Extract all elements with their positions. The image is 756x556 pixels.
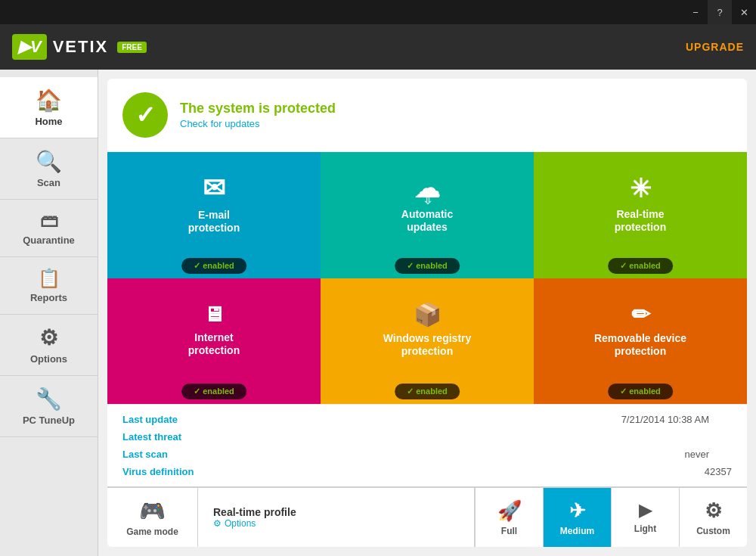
- internet-label: Internetprotection: [188, 331, 240, 357]
- email-status: enabled: [181, 258, 246, 274]
- internet-protection-card[interactable]: 🖥 Internetprotection enabled: [107, 278, 321, 405]
- sidebar-label-reports: Reports: [30, 292, 67, 303]
- custom-icon: ⚙: [705, 499, 722, 523]
- profile-tabs: 🚀 Full ✈ Medium ▶ Light ⚙ Custom: [475, 488, 747, 547]
- tab-custom[interactable]: ⚙ Custom: [679, 488, 747, 547]
- tab-custom-label: Custom: [696, 526, 730, 536]
- realtime-protection-card[interactable]: ✳ Real-timeprotection enabled: [534, 152, 747, 278]
- email-label: E-mailprotection: [188, 209, 240, 235]
- removable-protection-card[interactable]: ✏ Removable deviceprotection enabled: [534, 278, 747, 405]
- sidebar-item-quarantine[interactable]: 🗃 Quarantine: [0, 200, 98, 257]
- registry-label: Windows registryprotection: [383, 332, 472, 358]
- tab-medium-label: Medium: [560, 526, 594, 536]
- header: ▶V VETIX FREE UPGRADE: [0, 24, 756, 70]
- removable-icon: ✏: [631, 301, 650, 328]
- reports-icon: 📋: [38, 268, 60, 289]
- gear-small-icon: ⚙: [213, 518, 222, 529]
- logo: ▶V VETIX FREE: [12, 34, 147, 60]
- titlebar: − ? ✕: [0, 0, 756, 24]
- game-mode-button[interactable]: 🎮 Game mode: [107, 488, 198, 547]
- email-icon: ✉: [203, 172, 225, 204]
- realtime-profile-title: Real-time profile: [213, 506, 459, 518]
- internet-icon: 🖥: [203, 302, 225, 327]
- quarantine-icon: 🗃: [40, 210, 58, 231]
- content-inner: ✓ The system is protected Check for upda…: [107, 79, 747, 547]
- logo-icon: ▶V: [12, 34, 47, 60]
- sidebar-item-home[interactable]: 🏠 Home: [0, 77, 98, 138]
- updates-label: Automaticupdates: [401, 208, 453, 234]
- virus-def-label: Virus definition: [122, 466, 427, 477]
- latest-threat-value: [427, 431, 732, 443]
- internet-status: enabled: [181, 384, 246, 399]
- options-link[interactable]: Options: [225, 518, 256, 529]
- scan-icon: 🔍: [36, 149, 62, 174]
- tab-full-label: Full: [501, 526, 517, 536]
- options-icon: ⚙: [39, 325, 58, 350]
- sidebar-label-home: Home: [35, 116, 62, 127]
- registry-status: enabled: [395, 384, 460, 399]
- removable-status: enabled: [608, 384, 673, 399]
- realtime-icon: ✳: [630, 173, 651, 203]
- realtime-profile-options[interactable]: ⚙ Options: [213, 518, 459, 529]
- tab-light[interactable]: ▶ Light: [611, 488, 679, 547]
- realtime-label: Real-timeprotection: [615, 208, 666, 234]
- check-updates-link[interactable]: Check for updates: [180, 118, 260, 129]
- sidebar: 🏠 Home 🔍 Scan 🗃 Quarantine 📋 Reports ⚙ O…: [0, 70, 98, 556]
- full-icon: 🚀: [497, 499, 522, 523]
- protection-grid: ✉ E-mailprotection enabled ☁ ⇩ Automatic…: [107, 152, 747, 404]
- last-update-label: Last update: [122, 414, 427, 425]
- main-layout: 🏠 Home 🔍 Scan 🗃 Quarantine 📋 Reports ⚙ O…: [0, 70, 756, 556]
- virus-def-value: 42357: [427, 466, 732, 477]
- sidebar-item-options[interactable]: ⚙ Options: [0, 315, 98, 376]
- sidebar-label-pctuneup: PC TuneUp: [23, 415, 75, 426]
- upgrade-button[interactable]: UPGRADE: [686, 41, 744, 53]
- sidebar-label-quarantine: Quarantine: [23, 235, 75, 246]
- sidebar-item-pctuneup[interactable]: 🔧 PC TuneUp: [0, 376, 98, 437]
- sidebar-item-reports[interactable]: 📋 Reports: [0, 257, 98, 315]
- updates-status: enabled: [395, 258, 460, 274]
- updates-card[interactable]: ☁ ⇩ Automaticupdates enabled: [321, 152, 534, 278]
- game-mode-label: Game mode: [126, 526, 178, 537]
- last-scan-label: Last scan: [122, 449, 427, 460]
- status-title: The system is protected: [180, 101, 336, 116]
- registry-icon: 📦: [414, 301, 442, 328]
- realtime-profile-panel: Real-time profile ⚙ Options: [198, 488, 475, 547]
- status-text: The system is protected Check for update…: [180, 101, 336, 130]
- home-icon: 🏠: [36, 88, 62, 113]
- tab-light-label: Light: [634, 523, 656, 534]
- latest-threat-label: Latest threat: [122, 431, 427, 443]
- gamepad-icon: 🎮: [139, 499, 166, 523]
- realtime-status: enabled: [608, 258, 673, 274]
- bottom-bar: 🎮 Game mode Real-time profile ⚙ Options …: [107, 486, 747, 547]
- minimize-button[interactable]: −: [683, 0, 708, 24]
- info-bar: Last update 7/21/2014 10:38 AM Latest th…: [107, 404, 747, 486]
- sidebar-label-options: Options: [30, 353, 67, 365]
- status-icon: ✓: [122, 92, 168, 138]
- pctuneup-icon: 🔧: [36, 387, 62, 412]
- tab-medium[interactable]: ✈ Medium: [543, 488, 611, 547]
- logo-badge: FREE: [117, 42, 147, 53]
- status-bar: ✓ The system is protected Check for upda…: [107, 79, 747, 152]
- removable-label: Removable deviceprotection: [594, 332, 686, 358]
- last-scan-value: never: [427, 449, 732, 460]
- help-button[interactable]: ?: [708, 0, 732, 24]
- tab-full[interactable]: 🚀 Full: [475, 488, 543, 547]
- email-protection-card[interactable]: ✉ E-mailprotection enabled: [107, 152, 321, 278]
- registry-protection-card[interactable]: 📦 Windows registryprotection enabled: [321, 278, 534, 405]
- logo-text: VETIX: [53, 37, 109, 57]
- medium-icon: ✈: [569, 499, 586, 523]
- checkmark-icon: ✓: [135, 101, 156, 129]
- sidebar-label-scan: Scan: [37, 177, 60, 188]
- last-update-value: 7/21/2014 10:38 AM: [427, 414, 732, 425]
- close-button[interactable]: ✕: [732, 0, 756, 24]
- content-area: ✓ The system is protected Check for upda…: [98, 70, 756, 556]
- sidebar-item-scan[interactable]: 🔍 Scan: [0, 138, 98, 200]
- light-icon: ▶: [639, 501, 652, 520]
